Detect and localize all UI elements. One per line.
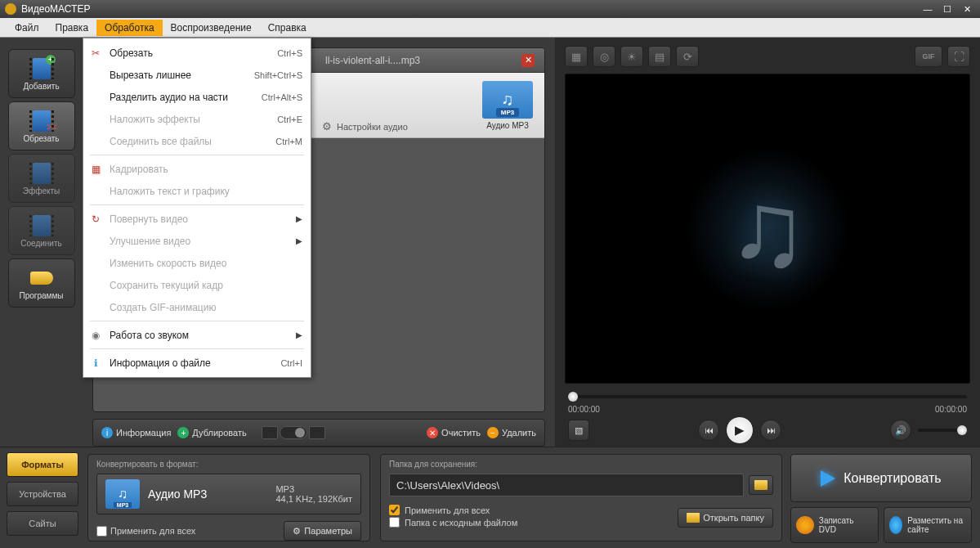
crop-icon[interactable]: ▦ bbox=[565, 46, 588, 67]
gif-button[interactable]: GIF bbox=[915, 46, 942, 67]
menu-item-Кадрировать: ▦Кадрировать bbox=[83, 158, 311, 180]
close-button[interactable]: ✕ bbox=[959, 3, 975, 15]
fullscreen-icon[interactable]: ⛶ bbox=[947, 46, 970, 67]
gear-icon: ⚙ bbox=[322, 120, 332, 133]
menu-bar: Файл Правка Обработка Воспроизведение Сп… bbox=[0, 18, 980, 38]
tab-formats[interactable]: Форматы bbox=[7, 452, 78, 477]
convert-arrow-icon bbox=[821, 470, 835, 487]
format-name: Аудио MP3 bbox=[148, 487, 207, 501]
sidebar-add-label: Добавить bbox=[23, 82, 59, 91]
menu-playback[interactable]: Воспроизведение bbox=[163, 20, 260, 36]
time-total: 00:00:00 bbox=[935, 405, 967, 414]
file-thumbnail[interactable]: ♫MP3 bbox=[482, 81, 533, 119]
menu-item-Повернуть видео: ↻Повернуть видео▶ bbox=[83, 208, 311, 230]
menu-help[interactable]: Справка bbox=[260, 20, 315, 36]
clear-button[interactable]: ✕Очистить bbox=[427, 427, 481, 438]
menu-process[interactable]: Обработка bbox=[96, 20, 163, 36]
gear-icon: ⚙ bbox=[293, 526, 301, 537]
volume-button[interactable]: 🔊 bbox=[890, 420, 911, 441]
folder-icon bbox=[687, 513, 700, 523]
publish-button[interactable]: Разместить на сайте bbox=[884, 507, 972, 543]
tab-sites[interactable]: Сайты bbox=[7, 511, 78, 536]
sidebar-cut-label: Обрезать bbox=[23, 134, 59, 143]
film-icon[interactable]: ▤ bbox=[648, 46, 671, 67]
convert-button[interactable]: Конвертировать bbox=[790, 454, 972, 502]
params-button[interactable]: ⚙Параметры bbox=[284, 521, 361, 541]
menu-item-Наложить эффекты: Наложить эффектыCtrl+E bbox=[83, 108, 311, 130]
preview-screen: ♫ bbox=[565, 74, 970, 384]
menu-item-Обрезать[interactable]: ✂ОбрезатьCtrl+S bbox=[83, 42, 311, 64]
view-toggle[interactable] bbox=[280, 426, 307, 439]
view-grid-icon[interactable] bbox=[309, 426, 325, 439]
sidebar-effects-label: Эффекты bbox=[23, 186, 60, 195]
burn-dvd-button[interactable]: Записать DVD bbox=[790, 507, 879, 543]
menu-item-Создать GIF-анимацию: Создать GIF-анимацию bbox=[83, 296, 311, 318]
volume-slider[interactable] bbox=[918, 429, 967, 432]
menu-item-Улучшение видео: Улучшение видео▶ bbox=[83, 230, 311, 252]
menu-item-Сохранить текущий кадр: Сохранить текущий кадр bbox=[83, 274, 311, 296]
minimize-button[interactable]: — bbox=[920, 3, 936, 15]
sidebar-join[interactable]: Соединить bbox=[8, 206, 75, 255]
sidebar-cut[interactable]: ✂Обрезать bbox=[8, 101, 75, 150]
menu-item-Информация о файле[interactable]: ℹИнформация о файлеCtrl+I bbox=[83, 352, 311, 374]
format-selector[interactable]: ♫MP3 Аудио MP3 MP3 44,1 KHz, 192Кбит bbox=[96, 474, 361, 514]
disc-icon bbox=[796, 516, 814, 534]
app-icon bbox=[5, 3, 16, 15]
time-current: 00:00:00 bbox=[568, 405, 600, 414]
next-button[interactable]: ⏭ bbox=[760, 420, 781, 441]
file-close-button[interactable]: ✕ bbox=[521, 54, 535, 67]
sidebar-add[interactable]: +Добавить bbox=[8, 49, 75, 98]
sidebar-programs[interactable]: Программы bbox=[8, 258, 75, 308]
apply-all-save-checkbox[interactable]: Применить для всех bbox=[389, 505, 517, 515]
open-folder-button[interactable]: Открыть папку bbox=[678, 508, 773, 528]
brightness-icon[interactable]: ☀ bbox=[620, 46, 643, 67]
tab-devices[interactable]: Устройства bbox=[7, 482, 78, 506]
menu-item-Изменить скорость видео: Изменить скорость видео bbox=[83, 252, 311, 274]
sidebar: +Добавить ✂Обрезать Эффекты Соединить Пр… bbox=[0, 38, 83, 447]
source-folder-checkbox[interactable]: Папка с исходным файлом bbox=[389, 517, 517, 528]
speed-icon[interactable]: ⟳ bbox=[676, 46, 699, 67]
apply-all-format-checkbox[interactable]: Применить для всех bbox=[96, 526, 195, 537]
app-title: ВидеоМАСТЕР bbox=[21, 3, 90, 15]
menu-item-Разделить аудио на части[interactable]: Разделить аудио на частиCtrl+Alt+S bbox=[83, 86, 311, 108]
save-panel-title: Папка для сохранения: bbox=[389, 460, 773, 469]
duplicate-button[interactable]: +Дублировать bbox=[177, 427, 246, 438]
format-panel-title: Конвертировать в формат: bbox=[96, 460, 361, 469]
music-note-icon: ♫ bbox=[727, 168, 808, 290]
delete-button[interactable]: −Удалить bbox=[487, 427, 536, 438]
sidebar-join-label: Соединить bbox=[20, 239, 61, 248]
menu-item-Наложить текст и графику: Наложить текст и графику bbox=[83, 180, 311, 202]
browse-button[interactable] bbox=[749, 475, 773, 495]
process-dropdown: ✂ОбрезатьCtrl+SВырезать лишнееShift+Ctrl… bbox=[83, 38, 311, 378]
audio-settings-link[interactable]: Настройки аудио bbox=[337, 122, 408, 132]
folder-icon bbox=[754, 480, 767, 490]
screenshot-button[interactable]: ▧ bbox=[568, 420, 589, 441]
snapshot-icon[interactable]: ◎ bbox=[593, 46, 615, 67]
menu-item-Вырезать лишнее[interactable]: Вырезать лишнееShift+Ctrl+S bbox=[83, 64, 311, 86]
maximize-button[interactable]: ☐ bbox=[939, 3, 955, 15]
view-list-icon[interactable] bbox=[262, 426, 278, 439]
menu-item-Работа со звуком[interactable]: ◉Работа со звуком▶ bbox=[83, 324, 311, 346]
save-path-input[interactable] bbox=[389, 474, 744, 496]
menu-file[interactable]: Файл bbox=[7, 20, 47, 36]
sidebar-effects[interactable]: Эффекты bbox=[8, 154, 75, 203]
menu-item-Соединить все файлы: Соединить все файлыCtrl+M bbox=[83, 130, 311, 152]
menu-edit[interactable]: Правка bbox=[47, 20, 97, 36]
globe-icon bbox=[889, 516, 902, 534]
file-name: ll-is-violent-all-i....mp3 bbox=[325, 55, 420, 66]
play-button[interactable]: ▶ bbox=[726, 416, 754, 444]
file-format-label: Аудио MP3 bbox=[482, 121, 533, 130]
prev-button[interactable]: ⏮ bbox=[698, 420, 719, 441]
sidebar-programs-label: Программы bbox=[19, 291, 63, 300]
seek-slider[interactable] bbox=[568, 395, 967, 398]
info-button[interactable]: iИнформация bbox=[101, 427, 171, 438]
